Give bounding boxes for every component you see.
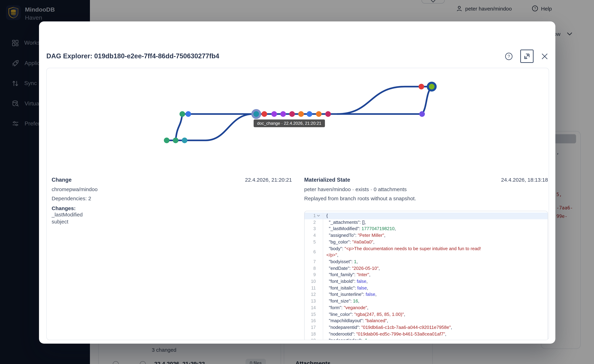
dag-panel: doc_change · 22.4.2026, 21:20:21 Change … — [46, 68, 549, 340]
svg-text:?: ? — [508, 54, 510, 59]
code-line: 11 "font_isitalic": false, — [304, 285, 548, 291]
line-number: 16 — [311, 318, 316, 324]
change-source: chromepwa/mindoo — [52, 186, 292, 192]
materialized-timestamp: 24.4.2026, 18:13:18 — [501, 177, 548, 183]
code-line: 18 "noderootid": "019dab06-ed5c-799e-b46… — [304, 331, 548, 337]
materialized-summary: peter haven/mindoo · exists · 0 attachme… — [304, 186, 548, 192]
code-line: 3 "_lastModified": 1777047198210, — [304, 226, 548, 232]
line-number: 5 — [313, 239, 316, 245]
dag-node-change[interactable] — [307, 111, 312, 117]
line-number: 7 — [313, 259, 316, 265]
dag-node-change[interactable] — [271, 111, 277, 117]
dag-edge — [337, 87, 432, 114]
json-code-viewer[interactable]: 1{2 "_attachments": [],3 "_lastModified"… — [304, 211, 548, 340]
close-icon[interactable] — [541, 53, 548, 60]
code-line: 12 "font_isunterline": false, — [304, 291, 548, 298]
dag-node-change[interactable] — [262, 111, 267, 117]
dag-node-change[interactable] — [182, 138, 187, 143]
expand-fullscreen-button[interactable] — [520, 50, 533, 63]
change-section: Change 22.4.2026, 21:20:21 chromepwa/min… — [52, 177, 292, 225]
code-line: 2 "_attachments": [], — [304, 219, 548, 226]
dag-node-change[interactable] — [185, 111, 191, 117]
fold-caret-icon[interactable] — [316, 215, 321, 217]
line-number: 14 — [311, 305, 316, 311]
code-line: 1{ — [304, 213, 548, 219]
changed-field: _lastModified — [52, 211, 292, 218]
dag-node-change[interactable] — [173, 138, 178, 143]
line-number: 4 — [313, 232, 316, 239]
changed-field: subject — [52, 218, 292, 225]
line-number: 9 — [313, 272, 316, 278]
change-heading: Change — [52, 177, 72, 183]
code-line: 13 "font_size": 16, — [304, 298, 548, 304]
code-line: 10 "font_isbold": false, — [304, 278, 548, 285]
line-number: 18 — [311, 331, 316, 337]
dag-node-change[interactable] — [418, 84, 424, 89]
line-number: 1 — [313, 213, 316, 219]
dag-node-change[interactable] — [280, 111, 286, 117]
dag-node-change[interactable] — [164, 138, 169, 143]
line-number: 8 — [313, 265, 316, 272]
change-dependencies: Dependencies: 2 — [52, 195, 292, 201]
code-line: 15 "line_color": "rgba(247, 85, 85, 1.00… — [304, 311, 548, 318]
dag-edge — [176, 114, 182, 140]
dag-node-change[interactable] — [289, 111, 295, 117]
code-line: 19 "nodesortindex": -1, — [304, 337, 548, 340]
code-line: 7 "bodyisset": 1, — [304, 259, 548, 265]
change-timestamp: 22.4.2026, 21:20:21 — [245, 177, 292, 183]
dag-node-change[interactable] — [419, 111, 425, 117]
code-line: 6 "body": "<p>The documentation needs to… — [304, 245, 548, 259]
expand-icon — [523, 53, 530, 60]
changes-heading: Changes: — [52, 205, 292, 211]
materialized-note: Replayed from branch roots without a sna… — [304, 195, 548, 201]
line-number: 6 — [313, 249, 316, 255]
line-number: 3 — [313, 226, 316, 232]
dag-edge — [167, 114, 253, 140]
dag-node-change[interactable] — [180, 111, 185, 117]
help-circle-icon[interactable]: ? — [505, 52, 513, 60]
code-line: 14 "form": "veganode", — [304, 305, 548, 311]
dag-node-selected[interactable] — [252, 110, 260, 118]
code-line: 4 "assignedTo": "Peter Miller", — [304, 232, 548, 239]
line-number: 15 — [311, 311, 316, 318]
line-number: 13 — [311, 298, 316, 304]
line-number: 12 — [311, 291, 316, 298]
dag-node-snapshot[interactable] — [428, 83, 436, 90]
code-line: 9 "font_family": "Inter", — [304, 272, 548, 278]
code-line: 16 "mapchildlayout": "balanced", — [304, 318, 548, 324]
line-number: 2 — [313, 219, 316, 226]
dag-node-change[interactable] — [316, 111, 322, 117]
line-number: 19 — [311, 337, 316, 340]
materialized-heading: Materialized State — [304, 177, 350, 183]
code-line: 5 "bg_color": "#a0a0a0", — [304, 239, 548, 245]
line-number: 17 — [311, 324, 316, 331]
materialized-state-section: Materialized State 24.4.2026, 18:13:18 p… — [304, 177, 548, 201]
code-line: 17 "nodeparentid": "019db6a6-c1cb-7aa6-a… — [304, 324, 548, 331]
dag-node-change[interactable] — [298, 111, 304, 117]
line-number: 11 — [311, 285, 316, 291]
dag-node-change[interactable] — [325, 111, 331, 117]
dag-explorer-modal: DAG Explorer: 019db180-e2ee-7ff4-86dd-75… — [39, 21, 555, 344]
code-line: 8 "endDate": "2026-05-10", — [304, 265, 548, 272]
modal-title: DAG Explorer: 019db180-e2ee-7ff4-86dd-75… — [46, 52, 219, 60]
node-tooltip: doc_change · 22.4.2026, 21:20:21 — [254, 120, 325, 127]
dag-graph: doc_change · 22.4.2026, 21:20:21 — [47, 68, 549, 174]
line-number: 10 — [311, 278, 316, 285]
